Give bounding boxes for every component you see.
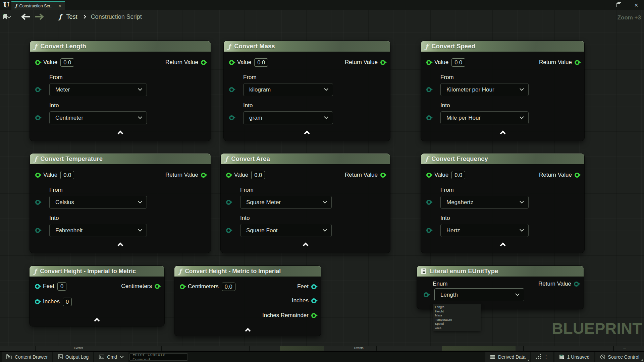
input-pin-from[interactable] [35, 87, 40, 92]
node-convert-area[interactable]: ƒ Convert Area Value 0.0 Return Value Fr… [221, 154, 390, 253]
input-pin-value[interactable] [226, 173, 231, 178]
input-pin-enum[interactable] [424, 292, 429, 297]
collapse-node-button[interactable] [30, 317, 164, 323]
from-dropdown[interactable]: Megahertz [440, 196, 529, 209]
enum-option-speed[interactable]: Speed [433, 322, 481, 326]
tab-close-icon[interactable]: × [59, 3, 61, 8]
enum-option-mass[interactable]: Mass [433, 313, 481, 318]
collapse-node-button[interactable] [224, 130, 390, 135]
node-header[interactable]: ƒ Convert Height - Imperial to Metric [30, 266, 164, 277]
trace-grid-icon[interactable] [536, 354, 541, 359]
output-pin-return-value[interactable] [574, 282, 579, 287]
input-pin-value[interactable] [426, 173, 431, 178]
node-header[interactable]: ƒ Convert Frequency [421, 154, 584, 165]
feet-input[interactable]: 0 [57, 282, 66, 291]
input-pin-feet[interactable] [35, 284, 40, 289]
value-input[interactable]: 0.0 [60, 58, 74, 67]
maximize-button[interactable] [614, 1, 623, 9]
node-literal-enum-eunittype[interactable]: Literal enum EUnitType Enum Return Value… [417, 266, 584, 309]
derived-data-button[interactable]: Derived Data [485, 352, 530, 362]
input-pin-into[interactable] [35, 228, 40, 233]
collapse-node-button[interactable] [30, 130, 211, 135]
value-input[interactable]: 0.0 [451, 171, 465, 179]
into-dropdown[interactable]: gram [243, 111, 333, 124]
tab-construction-script[interactable]: ƒ Construction Scr... × [11, 1, 65, 10]
console-command-input[interactable]: Enter Console Command [129, 353, 188, 361]
output-pin-return-value[interactable] [201, 173, 206, 178]
enum-option-length[interactable]: Length [433, 305, 481, 309]
input-pin-into[interactable] [229, 115, 234, 120]
collapse-node-button[interactable] [174, 327, 321, 333]
output-pin-return-value[interactable] [575, 173, 580, 178]
node-header[interactable]: ƒ Convert Length [30, 41, 211, 52]
node-convert-mass[interactable]: ƒ Convert Mass Value 0.0 Return Value Fr… [224, 41, 390, 141]
blueprint-graph-canvas[interactable]: ƒ Convert Length Value 0.0 Return Value … [0, 10, 644, 351]
output-log-button[interactable]: Output Log [53, 352, 93, 362]
into-dropdown[interactable]: Hertz [440, 224, 529, 237]
input-pin-from[interactable] [226, 200, 231, 205]
output-pin-centimeters[interactable] [155, 284, 160, 289]
input-pin-centimeters[interactable] [180, 284, 185, 289]
minimize-button[interactable]: – [596, 1, 604, 9]
close-button[interactable]: × [632, 1, 641, 9]
output-pin-return-value[interactable] [380, 60, 385, 65]
output-pin-inches-remainder[interactable] [311, 313, 316, 318]
input-pin-value[interactable] [229, 60, 234, 65]
node-convert-temperature[interactable]: ƒ Convert Temperature Value 0.0 Return V… [30, 154, 211, 253]
node-header[interactable]: ƒ Convert Area [221, 154, 390, 165]
enum-option-height[interactable]: Height [433, 309, 481, 314]
input-pin-from[interactable] [229, 87, 234, 92]
input-pin-into[interactable] [35, 115, 40, 120]
breadcrumb-root[interactable]: Test [66, 13, 77, 20]
input-pin-into[interactable] [426, 115, 431, 120]
output-pin-return-value[interactable] [380, 173, 385, 178]
enum-dropdown[interactable]: Length [434, 288, 524, 301]
back-arrow-button[interactable] [21, 13, 31, 20]
input-pin-value[interactable] [426, 60, 431, 65]
value-input[interactable]: 0.0 [251, 171, 265, 179]
output-pin-feet[interactable] [311, 284, 316, 289]
into-dropdown[interactable]: Centimeter [49, 111, 147, 124]
node-convert-frequency[interactable]: ƒ Convert Frequency Value 0.0 Return Val… [421, 154, 584, 253]
input-pin-from[interactable] [426, 87, 431, 92]
node-header[interactable]: ƒ Convert Mass [224, 41, 390, 52]
collapse-node-button[interactable] [421, 130, 584, 135]
node-convert-length[interactable]: ƒ Convert Length Value 0.0 Return Value … [30, 41, 211, 141]
input-pin-value[interactable] [35, 60, 40, 65]
into-dropdown[interactable]: Square Foot [240, 224, 332, 237]
from-dropdown[interactable]: Celsius [49, 196, 147, 209]
content-drawer-button[interactable]: Content Drawer [2, 352, 52, 362]
more-options-icon[interactable]: ⋮ [544, 354, 549, 360]
from-dropdown[interactable]: Square Meter [240, 196, 332, 209]
node-convert-height-metric-to-imperial[interactable]: ƒ Convert Height - Metric to Imperial Ce… [174, 266, 321, 336]
source-control-button[interactable]: Source Control [595, 352, 644, 362]
collapse-node-button[interactable] [421, 242, 584, 247]
collapse-node-button[interactable] [221, 242, 390, 247]
node-convert-speed[interactable]: ƒ Convert Speed Value 0.0 Return Value F… [421, 41, 584, 141]
enum-option-temperature[interactable]: Temperature [433, 318, 481, 322]
input-pin-into[interactable] [426, 228, 431, 233]
input-pin-from[interactable] [35, 200, 40, 205]
node-header[interactable]: Literal enum EUnitType [417, 266, 584, 277]
input-pin-inches[interactable] [35, 299, 40, 304]
from-dropdown[interactable]: Kilometer per Hour [440, 83, 529, 96]
input-pin-from[interactable] [426, 200, 431, 205]
from-dropdown[interactable]: kilogram [243, 83, 333, 96]
output-pin-inches[interactable] [311, 298, 316, 303]
output-pin-return-value[interactable] [201, 60, 206, 65]
collapse-node-button[interactable] [30, 242, 211, 247]
from-dropdown[interactable]: Meter [49, 83, 147, 96]
node-convert-height-imperial-to-metric[interactable]: ƒ Convert Height - Imperial to Metric Fe… [30, 266, 164, 326]
forward-arrow-button[interactable] [34, 13, 44, 20]
node-header[interactable]: ƒ Convert Speed [421, 41, 584, 52]
value-input[interactable]: 0.0 [60, 171, 74, 179]
node-header[interactable]: ƒ Convert Height - Metric to Imperial [174, 266, 321, 277]
output-pin-return-value[interactable] [575, 60, 580, 65]
centimeters-input[interactable]: 0.0 [222, 283, 235, 291]
input-pin-into[interactable] [226, 228, 231, 233]
node-header[interactable]: ƒ Convert Temperature [30, 154, 211, 165]
inches-input[interactable]: 0 [63, 298, 72, 306]
bookmark-button[interactable] [3, 14, 11, 20]
cmd-selector[interactable]: Cmd [94, 352, 128, 362]
into-dropdown[interactable]: Mile per Hour [440, 111, 529, 124]
